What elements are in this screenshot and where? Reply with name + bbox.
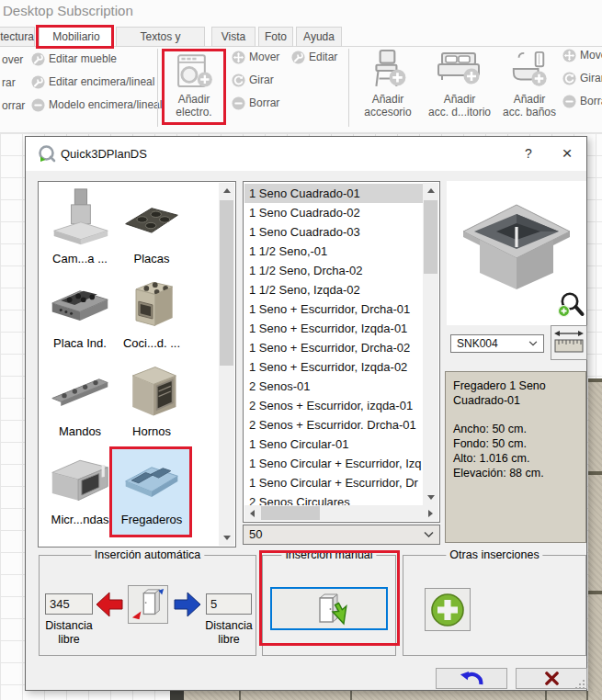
- ribbon-modelo-encimera[interactable]: Modelo encimera/lineal: [31, 96, 162, 114]
- help-button[interactable]: ?: [513, 137, 544, 171]
- ribbon-label: Editar mueble: [49, 52, 117, 65]
- scroll-down-icon[interactable]: [423, 490, 438, 505]
- list-item[interactable]: 2 Senos-01: [244, 377, 423, 396]
- insert-right-arrow-icon[interactable]: [173, 588, 202, 621]
- list-item[interactable]: 1 1/2 Seno, Drcha-02: [244, 261, 423, 280]
- ribbon-editar-encimera[interactable]: Editar encimera/lineal: [31, 73, 154, 91]
- wall-texture-right: [588, 378, 602, 700]
- category-microondas[interactable]: Micr...ndas: [40, 448, 119, 527]
- list-item[interactable]: 1 Seno Cuadrado-03: [244, 222, 423, 242]
- scroll-left-icon[interactable]: [244, 505, 260, 521]
- ribbon-girar-right-clipped[interactable]: Girar: [562, 69, 602, 87]
- ribbon: Desktop Subscription tectura Mobiliario …: [0, 0, 602, 133]
- list-item[interactable]: 1 Seno Cuadrado-02: [244, 203, 423, 222]
- tab-arquitectura[interactable]: tectura: [0, 27, 35, 47]
- model-list-vscrollbar[interactable]: [423, 183, 438, 505]
- category-campana[interactable]: Cam...a ...: [40, 187, 119, 266]
- list-item[interactable]: 1 Seno + Escurridor, Izqda-02: [244, 357, 423, 377]
- ribbon-mover-clipped[interactable]: over: [2, 53, 23, 66]
- scrollbar-thumb[interactable]: [261, 506, 320, 520]
- oven-icon: [120, 360, 183, 423]
- insert-direction-button[interactable]: [128, 585, 168, 624]
- model-list-hscrollbar[interactable]: [244, 505, 438, 521]
- list-item[interactable]: 1 Seno Cuadrado-01: [244, 184, 423, 203]
- scroll-down-icon[interactable]: [219, 530, 234, 546]
- category-label: Hornos: [112, 424, 191, 439]
- left-distance-input[interactable]: [45, 593, 93, 615]
- ribbon-mover[interactable]: Mover: [232, 48, 279, 66]
- tab-mobiliario[interactable]: Mobiliario: [39, 27, 114, 47]
- undo-button[interactable]: [436, 668, 507, 689]
- wall-line: [545, 691, 547, 700]
- sink-icon: [120, 448, 183, 511]
- ribbon-mover-right-clipped[interactable]: Move: [562, 46, 602, 64]
- ribbon-editar[interactable]: Editar: [291, 48, 337, 66]
- manual-insert-title: Inserción manual: [281, 548, 376, 561]
- model-code-dropdown[interactable]: SNK004: [450, 334, 544, 353]
- ribbon-label: accesorio: [355, 106, 421, 119]
- ribbon-borrar-right-clipped[interactable]: Borra: [562, 92, 602, 110]
- category-placa-industrial[interactable]: Placa Ind.: [40, 272, 119, 351]
- move-icon: [562, 49, 576, 62]
- resize-grip[interactable]: [574, 679, 585, 690]
- category-mandos[interactable]: Mandos: [40, 360, 119, 439]
- cabinet-cursor-icon: [309, 591, 349, 627]
- add-bathroom-accessory-button[interactable]: Añadir acc. baños: [496, 48, 562, 125]
- zoom-preview-icon[interactable]: [557, 291, 586, 319]
- ribbon-editar-mueble[interactable]: Editar mueble: [31, 50, 117, 68]
- category-scrollbar[interactable]: [219, 183, 234, 546]
- list-item[interactable]: 1 Seno + Escurridor, Drcha-02: [244, 338, 423, 357]
- wrench-icon: [291, 51, 305, 64]
- scroll-up-icon[interactable]: [423, 183, 438, 198]
- wrench-icon: [31, 52, 45, 66]
- manual-insert-button[interactable]: [270, 587, 388, 630]
- ribbon-borrar-clipped[interactable]: orrar: [2, 99, 25, 112]
- tab-vista[interactable]: Vista: [211, 27, 256, 47]
- wall-line: [588, 471, 602, 475]
- measure-button[interactable]: [551, 325, 587, 360]
- scroll-up-icon[interactable]: [219, 183, 234, 198]
- insert-left-arrow-icon[interactable]: [95, 588, 124, 621]
- ribbon-borrar[interactable]: Borrar: [232, 94, 279, 112]
- tab-textos-y-contornos[interactable]: Textos y contornos: [116, 27, 205, 47]
- category-placas[interactable]: Placas: [112, 187, 191, 266]
- list-item[interactable]: 1 1/2 Seno,-01: [244, 242, 423, 261]
- add-electro-button[interactable]: Añadir electro.: [165, 51, 223, 129]
- wall-line: [350, 691, 352, 700]
- scrollbar-thumb[interactable]: [424, 200, 437, 274]
- tab-foto[interactable]: Foto: [258, 27, 293, 47]
- right-distance-input[interactable]: [206, 593, 252, 615]
- ribbon-girar[interactable]: Girar: [232, 71, 274, 89]
- category-fregaderos[interactable]: Fregaderos: [112, 448, 191, 536]
- spec-ancho: Ancho: 50 cm.: [453, 422, 578, 436]
- list-item[interactable]: 2 Senos Circulares: [244, 492, 423, 506]
- size-dropdown[interactable]: 50: [243, 525, 440, 545]
- list-item[interactable]: 1 1/2 Seno, Izqda-02: [244, 280, 423, 299]
- category-hornos[interactable]: Hornos: [112, 360, 191, 439]
- add-accessory-button[interactable]: Añadir accesorio: [355, 48, 421, 125]
- list-item[interactable]: 2 Senos + Escurridor. Drcha-01: [244, 415, 423, 435]
- list-item[interactable]: 1 Seno + Escurridor, Izqda-01: [244, 319, 423, 338]
- category-label: Micr...ndas: [40, 513, 119, 527]
- ribbon-label: Borrar: [249, 96, 279, 109]
- ribbon-girar-clipped[interactable]: rar: [2, 76, 16, 89]
- spec-alto: Alto: 1.016 cm.: [453, 451, 578, 466]
- scroll-right-icon[interactable]: [423, 505, 438, 521]
- spec-elevacion: Elevación: 88 cm.: [453, 466, 578, 480]
- category-cocina[interactable]: Coci...d. ...: [112, 272, 191, 351]
- dialog-titlebar[interactable]: Quick3DPlanDS ? ×: [26, 137, 586, 171]
- list-item[interactable]: 1 Seno Circular + Escurridor, Dr: [244, 473, 423, 492]
- rotate-icon: [562, 72, 576, 85]
- ribbon-label: Girar: [580, 72, 602, 85]
- list-item[interactable]: 1 Seno Circular-01: [244, 435, 423, 454]
- tab-ayuda[interactable]: Ayuda: [296, 27, 342, 47]
- ribbon-label: Añadir: [496, 93, 562, 106]
- scrollbar-thumb[interactable]: [220, 200, 233, 366]
- list-item[interactable]: 1 Seno Circular + Escurridor, Izq: [244, 454, 423, 473]
- list-item[interactable]: 1 Seno + Escurridor, Drcha-01: [244, 299, 423, 319]
- list-item[interactable]: 2 Senos + Escurridor, izqda-01: [244, 396, 423, 415]
- add-bedroom-accessory-button[interactable]: Añadir acc. d...itorio: [425, 48, 494, 125]
- undo-icon: [459, 671, 484, 686]
- other-insert-button[interactable]: [425, 588, 471, 631]
- close-icon[interactable]: ×: [551, 137, 583, 171]
